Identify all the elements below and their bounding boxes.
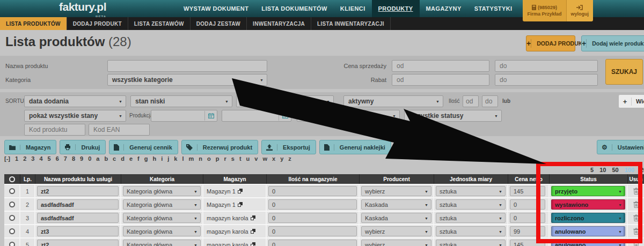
nav-produkty[interactable]: PRODUKTY [372,0,420,17]
category-select[interactable]: Kategoria główna ▼ [123,213,201,223]
row-radio[interactable] [9,202,15,207]
alphabet-link[interactable]: [-] [4,155,10,162]
producer-select[interactable]: wybierz ▼ [361,240,431,246]
alphabet-link[interactable]: m [189,155,194,162]
alphabet-link[interactable]: i [161,155,163,162]
header-status[interactable]: Status [550,174,628,184]
alphabet-link[interactable]: t [239,155,241,162]
row-radio[interactable] [9,228,15,234]
production-date-from[interactable] [151,110,217,122]
warehouse-button[interactable]: Magazyn [4,140,56,154]
header-warehouse[interactable]: Magazyn [203,174,267,184]
discount-to-input[interactable] [495,74,598,86]
subtab-dodaj-zestaw[interactable]: DODAJ ZESTAW [191,17,247,30]
page-size-option[interactable]: 50 [612,167,618,173]
nav-magazyny[interactable]: MAGAZYNY [420,0,468,17]
alphabet-link[interactable]: z [288,155,291,162]
alphabet-link[interactable]: x [272,155,275,162]
alphabet-link[interactable]: w [262,155,267,162]
alphabet-link[interactable]: u [246,155,250,162]
search-button[interactable]: SZUKAJ [605,59,643,85]
alphabet-link[interactable]: a [96,155,99,162]
more-actions-button[interactable]: + Więcej [394,140,438,154]
page-size-option-selected[interactable]: 100 [625,167,634,173]
generate-labels-button[interactable]: Generuj naklejki [319,140,391,154]
add-many-products-button[interactable]: + Dodaj wiele produktów [581,35,644,51]
status-select[interactable]: wystawiono ▼ [551,199,625,210]
active-state-select[interactable]: aktywny▼ [343,95,443,107]
alphabet-link[interactable]: 3 [31,155,34,162]
nav-wystaw-dokument[interactable]: WYSTAW DOKUMENT [177,0,255,17]
row-radio[interactable] [9,242,15,246]
column-settings-button[interactable]: ⚙ Ustawienia kolumn [597,140,644,154]
row-radio[interactable] [9,215,15,221]
subtab-lista-produktow[interactable]: LISTA PRODUKTÓW [0,17,67,30]
alphabet-link[interactable]: p [216,155,219,162]
page-size-option[interactable]: 200 [640,167,644,173]
row-radio[interactable] [9,188,15,194]
header-lp[interactable]: Lp. [20,174,35,184]
warehouse-cell[interactable]: Magazyn 1 [203,202,246,208]
account-info[interactable]: (985029) Firma Przykład [523,0,566,21]
nav-klienci[interactable]: KLIENCI [334,0,372,17]
unit-select[interactable]: sztuka ▼ [436,213,506,223]
alphabet-link[interactable]: 4 [39,155,42,162]
category-select[interactable]: Kategoria główna ▼ [123,226,201,236]
alphabet-link[interactable]: 0 [88,155,91,162]
discount-from-input[interactable] [392,74,489,86]
print-button[interactable]: Drukuj [60,140,106,154]
warehouse-cell[interactable]: magazyn karola [203,215,259,221]
select-all-radio[interactable] [9,176,15,182]
alphabet-link[interactable]: 5 [48,155,51,162]
unit-select[interactable]: sztuka ▼ [436,226,506,236]
hidden-filter-select[interactable]: ▼ [236,95,334,107]
price-from-input[interactable] [392,60,489,72]
subtab-inwentaryzacja[interactable]: INWENTARYZACJA [247,17,311,30]
product-name-input[interactable] [107,60,267,72]
header-unit[interactable]: Jednostka miary [434,174,508,184]
alphabet-link[interactable]: 6 [56,155,59,162]
alphabet-link[interactable]: l [182,155,184,162]
alphabet-link[interactable]: g [144,155,148,162]
header-stock[interactable]: Ilość na magazynie [267,174,360,184]
show-states-select[interactable]: pokaż wszystkie stany▼ [24,110,126,122]
alphabet-link[interactable]: 7 [64,155,67,162]
unit-select[interactable]: sztuka ▼ [436,186,506,196]
header-price[interactable]: Cena netto [508,174,550,184]
alphabet-link[interactable]: 8 [72,155,75,162]
status-select[interactable]: anulowano ▼ [551,240,625,246]
status-select[interactable]: przyjęto ▼ [551,186,625,196]
warehouse-cell[interactable]: Magazyn 1 [203,188,246,195]
alphabet-link[interactable]: b [104,155,108,162]
alphabet-link[interactable]: k [174,155,177,162]
delete-button[interactable] [633,228,639,235]
producer-select[interactable]: wybierz ▼ [361,226,431,236]
delete-button[interactable] [633,214,639,221]
category-select[interactable]: Kategoria główna ▼ [123,186,201,196]
quantity-to-input[interactable] [482,95,498,107]
subtab-dodaj-produkt[interactable]: DODAJ PRODUKT [67,17,128,30]
subtab-lista-zestawow[interactable]: LISTA ZESTAWÓW [128,17,191,30]
delete-button[interactable] [633,201,639,208]
generate-pricelist-button[interactable]: Generuj cennik [109,140,178,154]
nav-statystyki[interactable]: STATYSTYKI [468,0,519,17]
unit-select[interactable]: sztuka ▼ [436,199,506,210]
warehouse-cell[interactable]: magazyn karola [203,228,259,235]
alphabet-link[interactable]: e [129,155,133,162]
category-select[interactable]: Kategoria główna ▼ [123,199,201,210]
header-delete[interactable]: Usuń [628,174,644,184]
quantity-from-input[interactable] [463,95,479,107]
status-select[interactable]: anulowano ▼ [551,226,625,236]
producer-select[interactable]: wybierz ▼ [361,186,431,196]
price-to-input[interactable] [495,60,598,72]
alphabet-link[interactable]: f [137,155,140,162]
hidden-filter-select-2[interactable]: ▼ [297,110,400,122]
export-button[interactable]: Eksportuj [261,140,316,154]
alphabet-link[interactable]: 2 [23,155,26,162]
category-select[interactable]: wszystkie kategorie ▼ [107,74,267,86]
header-producer[interactable]: Producent [360,174,434,184]
alphabet-link[interactable]: y [280,155,283,162]
header-name[interactable]: Nazwa produktu lub usługi [35,174,121,184]
reserve-product-button[interactable]: Rezerwuj produkt [181,140,258,154]
producer-select[interactable]: Kaskada ▼ [361,199,431,210]
